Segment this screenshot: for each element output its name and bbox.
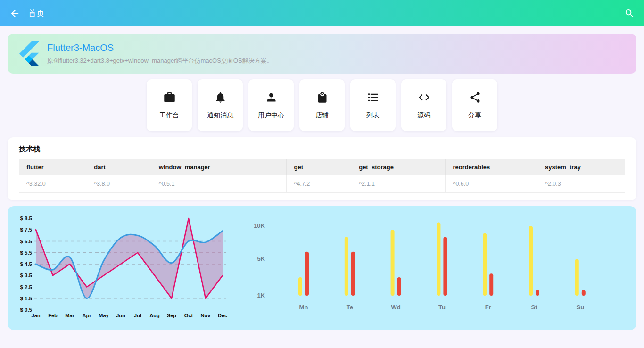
- action-label: 通知消息: [207, 111, 233, 120]
- svg-text:Aug: Aug: [149, 313, 159, 318]
- svg-text:Wd: Wd: [391, 304, 400, 311]
- charts-card: $ 0.5$ 1.5$ 2.5$ 3.5$ 4.5$ 5.5$ 6.5$ 7.5…: [8, 206, 636, 330]
- briefcase-icon: [163, 91, 176, 104]
- action-shop[interactable]: 店铺: [299, 79, 345, 131]
- list-icon: [367, 91, 380, 104]
- share-icon: [469, 91, 481, 104]
- action-label: 店铺: [315, 111, 329, 120]
- svg-text:Jul: Jul: [134, 313, 141, 318]
- shopping-bag-icon: [316, 91, 329, 104]
- action-source-code[interactable]: 源码: [401, 79, 446, 131]
- action-share[interactable]: 分享: [452, 79, 497, 131]
- page-title: 首页: [28, 8, 45, 19]
- svg-text:$ 5.5: $ 5.5: [20, 250, 32, 256]
- column-header: system_tray: [537, 159, 625, 175]
- bar-chart: 1K5K10KMnTeWdTuFrStSu: [243, 210, 636, 328]
- table-row: ^3.32.0 ^3.8.0 ^0.5.1 ^4.7.2 ^2.1.1 ^0.6…: [19, 175, 625, 193]
- version-cell: ^0.5.1: [151, 175, 286, 193]
- svg-text:Jun: Jun: [116, 313, 125, 318]
- svg-text:Dec: Dec: [218, 313, 227, 318]
- svg-text:Oct: Oct: [184, 313, 193, 318]
- banner-subtitle: 原创flutter3.32+dart3.8+getx+window_manage…: [47, 57, 273, 65]
- version-cell: ^2.1.1: [351, 175, 445, 193]
- flutter-logo: [17, 41, 41, 66]
- svg-text:May: May: [99, 313, 109, 318]
- action-notifications[interactable]: 通知消息: [198, 79, 243, 131]
- svg-text:$ 3.5: $ 3.5: [20, 273, 32, 278]
- action-label: 工作台: [159, 111, 179, 120]
- svg-text:Sep: Sep: [167, 313, 176, 318]
- banner-title: Flutter3-MacOS: [47, 42, 273, 53]
- column-header: window_manager: [151, 159, 286, 175]
- tech-stack-table: flutter dart window_manager get get_stor…: [19, 159, 625, 193]
- version-cell: ^4.7.2: [286, 175, 351, 193]
- tech-stack-card: 技术栈 flutter dart window_manager get get_…: [8, 137, 636, 200]
- action-label: 分享: [468, 111, 481, 120]
- version-cell: ^2.0.3: [537, 175, 625, 193]
- column-header: get_storage: [351, 159, 445, 175]
- svg-text:Mar: Mar: [65, 313, 74, 318]
- svg-text:St: St: [531, 304, 538, 311]
- svg-text:$ 6.5: $ 6.5: [20, 239, 32, 244]
- table-header-row: flutter dart window_manager get get_stor…: [19, 159, 625, 175]
- svg-text:Nov: Nov: [201, 313, 211, 318]
- action-workbench[interactable]: 工作台: [147, 79, 192, 131]
- line-chart: $ 0.5$ 1.5$ 2.5$ 3.5$ 4.5$ 5.5$ 6.5$ 7.5…: [8, 210, 239, 328]
- svg-text:1K: 1K: [257, 292, 265, 299]
- action-label: 列表: [366, 111, 380, 120]
- code-icon: [418, 91, 430, 104]
- svg-text:Jan: Jan: [32, 313, 41, 318]
- version-cell: ^3.8.0: [86, 175, 151, 193]
- column-header: reorderables: [445, 159, 537, 175]
- svg-text:Feb: Feb: [48, 313, 58, 318]
- bell-icon: [214, 91, 227, 104]
- column-header: dart: [86, 159, 151, 175]
- column-header: get: [286, 159, 351, 175]
- action-user-center[interactable]: 用户中心: [248, 79, 294, 131]
- svg-text:Fr: Fr: [485, 304, 491, 311]
- svg-text:$ 4.5: $ 4.5: [20, 261, 32, 267]
- version-cell: ^0.6.0: [445, 175, 537, 193]
- quick-actions-row: 工作台 通知消息 用户中心 店铺 列表 源码 分享: [8, 79, 636, 131]
- svg-text:Mn: Mn: [299, 304, 308, 311]
- app-bar: 首页: [0, 0, 644, 26]
- back-icon[interactable]: [8, 7, 21, 19]
- svg-text:Su: Su: [576, 304, 584, 311]
- svg-text:$ 8.5: $ 8.5: [20, 215, 32, 221]
- svg-text:$ 1.5: $ 1.5: [20, 296, 32, 301]
- action-label: 源码: [417, 111, 430, 120]
- banner-card: Flutter3-MacOS 原创flutter3.32+dart3.8+get…: [8, 34, 636, 74]
- person-icon: [265, 91, 278, 104]
- svg-text:Apr: Apr: [83, 313, 92, 318]
- svg-text:5K: 5K: [257, 255, 265, 262]
- version-cell: ^3.32.0: [19, 175, 86, 193]
- svg-text:$ 2.5: $ 2.5: [20, 284, 32, 290]
- svg-text:Te: Te: [347, 304, 353, 311]
- svg-text:Tu: Tu: [438, 304, 446, 311]
- column-header: flutter: [19, 159, 86, 175]
- search-icon[interactable]: [623, 7, 636, 19]
- svg-text:$ 7.5: $ 7.5: [20, 227, 32, 232]
- action-label: 用户中心: [258, 111, 284, 120]
- section-title: 技术栈: [19, 145, 625, 153]
- svg-text:10K: 10K: [254, 222, 265, 229]
- action-list[interactable]: 列表: [350, 79, 396, 131]
- svg-text:$ 0.5: $ 0.5: [20, 307, 32, 313]
